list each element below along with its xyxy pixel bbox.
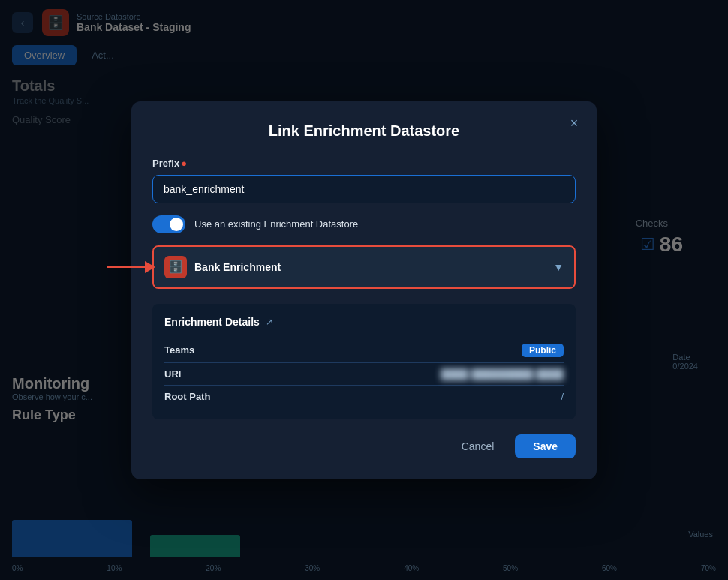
enrichment-dropdown[interactable]: 🗄️ Bank Enrichment ▼ xyxy=(154,247,574,287)
detail-key-rootpath: Root Path xyxy=(164,391,210,402)
arrow-indicator xyxy=(107,261,155,273)
modal-footer: Cancel Save xyxy=(152,434,576,458)
detail-key-teams: Teams xyxy=(164,344,194,356)
detail-value-uri: ████ █████████ ████ xyxy=(441,368,564,380)
close-icon: × xyxy=(570,116,579,131)
dropdown-container: 🗄️ Bank Enrichment ▼ xyxy=(152,245,576,289)
detail-row-rootpath: Root Path / xyxy=(164,386,564,407)
dropdown-wrapper: 🗄️ Bank Enrichment ▼ xyxy=(152,245,576,289)
close-button[interactable]: × xyxy=(564,113,585,134)
detail-value-rootpath: / xyxy=(561,391,564,402)
toggle-label: Use an existing Enrichment Datastore xyxy=(194,218,358,230)
enrichment-panel: Enrichment Details ↗ Teams Public URI ██… xyxy=(152,304,576,419)
dropdown-value: Bank Enrichment xyxy=(194,261,281,273)
required-indicator: ● xyxy=(181,158,187,169)
external-link-icon[interactable]: ↗ xyxy=(266,317,273,327)
enrichment-section-title: Enrichment Details xyxy=(164,316,260,328)
prefix-label: Prefix● xyxy=(152,158,576,169)
save-button[interactable]: Save xyxy=(515,434,576,458)
toggle-switch[interactable] xyxy=(152,215,185,233)
modal: × Link Enrichment Datastore Prefix● Use … xyxy=(131,101,597,479)
detail-row-teams: Teams Public xyxy=(164,338,564,363)
detail-key-uri: URI xyxy=(164,368,181,380)
badge-public: Public xyxy=(522,344,564,357)
toggle-knob xyxy=(170,218,183,231)
dropdown-left: 🗄️ Bank Enrichment xyxy=(164,256,281,278)
detail-row-uri: URI ████ █████████ ████ xyxy=(164,363,564,386)
dropdown-ds-icon: 🗄️ xyxy=(164,256,187,278)
cancel-button[interactable]: Cancel xyxy=(450,434,507,458)
arrow-head xyxy=(145,261,155,273)
toggle-row: Use an existing Enrichment Datastore xyxy=(152,215,576,233)
modal-title: Link Enrichment Datastore xyxy=(152,122,576,140)
enrichment-header: Enrichment Details ↗ xyxy=(164,316,564,328)
prefix-input[interactable] xyxy=(152,175,576,203)
modal-backdrop: × Link Enrichment Datastore Prefix● Use … xyxy=(0,0,728,580)
arrow-line xyxy=(107,266,145,268)
chevron-down-icon: ▼ xyxy=(553,261,564,273)
